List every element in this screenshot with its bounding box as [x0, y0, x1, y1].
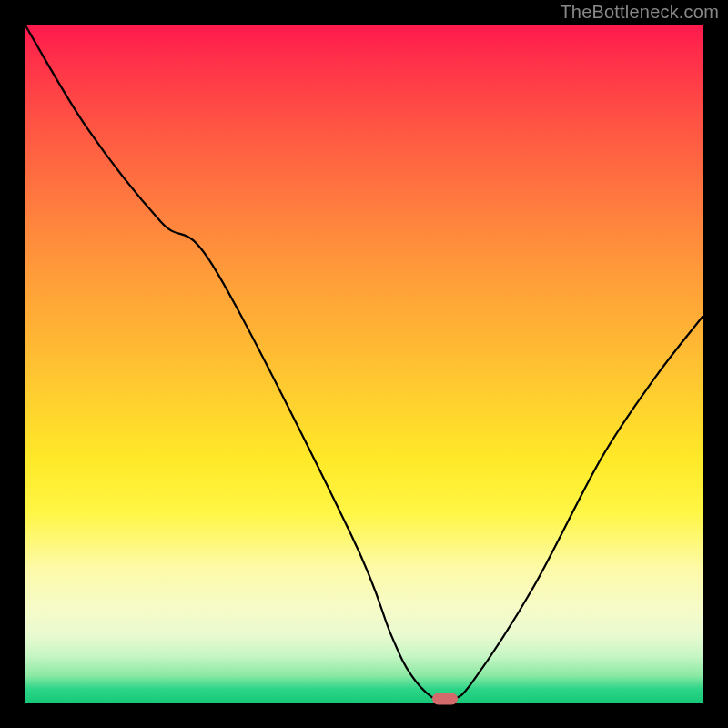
chart-frame: TheBottleneck.com: [0, 0, 728, 728]
bottleneck-curve: [25, 25, 703, 703]
optimal-point-marker: [432, 693, 458, 705]
watermark-text: TheBottleneck.com: [560, 2, 719, 23]
plot-area: [25, 25, 703, 703]
